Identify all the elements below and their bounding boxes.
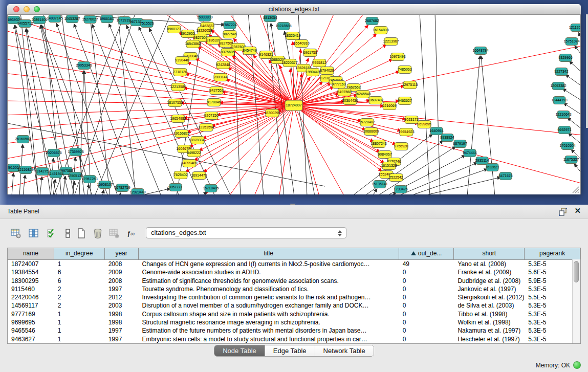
table-cell[interactable]: Yano et al. (2008) xyxy=(454,260,525,268)
tab-node-table[interactable]: Node Table xyxy=(214,345,265,356)
table-cell[interactable]: 49 xyxy=(399,260,454,268)
table-settings-button[interactable] xyxy=(9,226,23,240)
table-cell[interactable]: 0 xyxy=(399,268,454,276)
column-header-out_de[interactable]: out_de... xyxy=(399,248,454,259)
table-row[interactable]: 1872400712008Changes of HCN gene express… xyxy=(8,260,580,268)
table-cell[interactable]: 18300295 xyxy=(8,277,54,285)
table-cell[interactable]: 0 xyxy=(399,293,454,301)
scrollbar-thumb[interactable] xyxy=(574,261,579,282)
table-cell[interactable]: 1998 xyxy=(105,310,139,318)
table-cell[interactable]: 1 xyxy=(54,318,105,326)
table-cell[interactable]: 2 xyxy=(54,301,105,310)
table-cell[interactable]: 1997 xyxy=(105,326,139,335)
table-row[interactable]: 946554611997Estimation of the future num… xyxy=(8,326,580,335)
table-cell[interactable]: 18724007 xyxy=(8,260,54,268)
column-header-pagerank[interactable]: pagerank xyxy=(525,248,580,259)
table-row[interactable]: 969969511998Structural magnetic resonanc… xyxy=(8,318,580,326)
table-cell[interactable]: 1997 xyxy=(105,335,139,343)
table-cell[interactable]: 1 xyxy=(54,310,105,318)
table-row[interactable]: 946362711997Embryonic stem cells: a mode… xyxy=(8,335,580,343)
table-cell[interactable]: Tibbo et al. (1998) xyxy=(454,310,525,318)
table-cell[interactable]: 0 xyxy=(399,277,454,285)
graph-node-label: 16543862 xyxy=(185,42,201,46)
table-cell[interactable]: Hescheler et al. (1997) xyxy=(454,335,525,343)
table-cell[interactable]: Stergiakouli et al. (2012) xyxy=(454,293,525,301)
table-row[interactable]: 1938455462009Genome-wide association stu… xyxy=(8,268,580,276)
table-cell[interactable]: 0 xyxy=(399,335,454,343)
function-builder-button[interactable]: f (x) xyxy=(126,226,139,240)
table-cell[interactable]: 0 xyxy=(399,285,454,293)
table-cell[interactable]: Investigating the contribution of common… xyxy=(139,293,399,301)
tab-network-table[interactable]: Network Table xyxy=(315,345,374,356)
table-cell[interactable]: 2008 xyxy=(105,260,139,268)
table-cell[interactable]: 9115460 xyxy=(8,285,54,293)
network-window-titlebar[interactable]: citations_edges.txt xyxy=(7,4,581,15)
table-cell[interactable]: 2 xyxy=(54,285,105,293)
table-cell[interactable]: Disruption of a novel member of a sodium… xyxy=(139,301,399,310)
table-cell[interactable]: 2009 xyxy=(105,268,139,276)
column-header-short[interactable]: short xyxy=(454,248,525,259)
column-header-year[interactable]: year xyxy=(105,248,139,259)
table-cell[interactable]: Wolkin et al. (1998) xyxy=(454,318,525,326)
table-cell[interactable]: 9699695 xyxy=(8,318,54,326)
delete-table-button[interactable] xyxy=(107,226,121,240)
table-row[interactable]: 1830029562008Estimation of significance … xyxy=(8,277,580,285)
table-cell[interactable]: 0 xyxy=(399,301,454,310)
black-edge xyxy=(569,61,580,73)
select-all-button[interactable] xyxy=(45,226,58,240)
table-cell[interactable]: de Silva et al. (2003) xyxy=(454,301,525,310)
table-cell[interactable]: Dudbridge et al. (2008) xyxy=(454,277,525,285)
table-cell[interactable]: 1 xyxy=(54,260,105,268)
table-cell[interactable]: Franke et al. (2009) xyxy=(454,268,525,276)
results-panel-edge xyxy=(586,14,588,128)
table-cell[interactable]: 2003 xyxy=(105,301,139,310)
table-cell[interactable]: Corpus callosum shape and size in male p… xyxy=(139,310,399,318)
table-selector-dropdown[interactable]: citations_edges.txt xyxy=(146,227,346,238)
table-cell[interactable]: Estimation of significance thresholds fo… xyxy=(139,277,399,285)
table-row[interactable]: 911546021997Tourette syndrome. Phenomeno… xyxy=(8,285,580,293)
table-cell[interactable]: 1 xyxy=(54,326,105,335)
create-column-button[interactable] xyxy=(75,226,88,240)
table-cell[interactable]: Genome-wide association studies in ADHD. xyxy=(139,268,399,276)
column-header-in_degree[interactable]: in_degree xyxy=(54,248,105,259)
clear-selection-button[interactable] xyxy=(61,226,75,240)
table-cell[interactable]: 9465546 xyxy=(8,326,54,335)
table-cell[interactable]: 0 xyxy=(399,310,454,318)
table-cell[interactable]: 2012 xyxy=(105,293,139,301)
close-panel-icon[interactable]: ✕ xyxy=(574,206,581,215)
table-cell[interactable]: Embryonic stem cells: a model to study s… xyxy=(139,335,399,343)
table-cell[interactable]: 6 xyxy=(54,277,105,285)
table-cell[interactable]: 9463627 xyxy=(8,335,54,343)
resize-grip-icon[interactable] xyxy=(571,185,579,193)
table-cell[interactable]: 1998 xyxy=(105,318,139,326)
table-cell[interactable]: Tourette syndrome. Phenomenology and cla… xyxy=(139,285,399,293)
table-row[interactable]: 1456911722003Disruption of a novel membe… xyxy=(8,301,580,310)
table-cell[interactable]: 0 xyxy=(399,318,454,326)
delete-column-button[interactable] xyxy=(91,226,104,240)
table-row[interactable]: 977716911998Corpus callosum shape and si… xyxy=(8,310,580,318)
table-cell[interactable]: Structural magnetic resonance image aver… xyxy=(139,318,399,326)
column-header-title[interactable]: title xyxy=(139,248,399,259)
tab-edge-table[interactable]: Edge Table xyxy=(265,345,315,356)
select-columns-button[interactable] xyxy=(27,226,40,240)
table-cell[interactable]: 1997 xyxy=(105,285,139,293)
table-row[interactable]: 2242004622012Investigating the contribut… xyxy=(8,293,580,301)
table-cell[interactable]: 6 xyxy=(54,268,105,276)
table-cell[interactable]: Nakamura et al. (1997) xyxy=(454,326,525,335)
table-cell[interactable]: 2 xyxy=(54,293,105,301)
column-header-name[interactable]: name xyxy=(8,248,54,259)
table-cell[interactable]: 9777169 xyxy=(8,310,54,318)
float-panel-icon[interactable] xyxy=(559,208,568,216)
table-cell[interactable]: Jankovic et al. (1997) xyxy=(454,285,525,293)
red-edge xyxy=(187,62,294,105)
table-cell[interactable]: 19384554 xyxy=(8,268,54,276)
table-cell[interactable]: 14569117 xyxy=(8,301,54,310)
table-cell[interactable]: 1 xyxy=(54,335,105,343)
vertical-scrollbar[interactable] xyxy=(572,259,580,343)
table-cell[interactable]: Estimation of the future numbers of pati… xyxy=(139,326,399,335)
table-cell[interactable]: 2008 xyxy=(105,277,139,285)
table-cell[interactable]: Changes of HCN gene expression and I(f) … xyxy=(139,260,399,268)
table-cell[interactable]: 0 xyxy=(399,326,454,335)
network-canvas[interactable]: 1872400718300295896012394638228912955182… xyxy=(7,15,581,194)
table-cell[interactable]: 22420046 xyxy=(8,293,54,301)
